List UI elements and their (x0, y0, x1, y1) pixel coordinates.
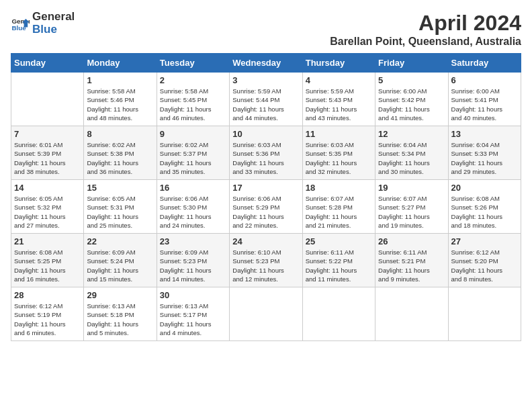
day-number: 18 (306, 183, 372, 193)
calendar-cell: 23Sunrise: 6:09 AM Sunset: 5:23 PM Dayli… (157, 234, 229, 287)
logo-blue-text: Blue (32, 24, 75, 36)
calendar-week-row: 7Sunrise: 6:01 AM Sunset: 5:39 PM Daylig… (11, 126, 521, 180)
day-of-week-header: Monday (84, 54, 157, 73)
calendar-cell: 29Sunrise: 6:13 AM Sunset: 5:18 PM Dayli… (84, 287, 157, 341)
day-info: Sunrise: 5:58 AM Sunset: 5:46 PM Dayligh… (87, 87, 153, 122)
day-number: 22 (87, 236, 153, 246)
day-info: Sunrise: 6:04 AM Sunset: 5:34 PM Dayligh… (378, 140, 445, 176)
day-info: Sunrise: 6:04 AM Sunset: 5:33 PM Dayligh… (451, 140, 518, 176)
day-number: 25 (306, 236, 372, 246)
day-of-week-header: Sunday (11, 54, 84, 73)
logo: General Blue General Blue (11, 11, 75, 36)
calendar-cell: 13Sunrise: 6:04 AM Sunset: 5:33 PM Dayli… (448, 126, 521, 180)
month-title: April 2024 (330, 11, 521, 36)
day-number: 13 (451, 129, 518, 139)
calendar-week-row: 1Sunrise: 5:58 AM Sunset: 5:46 PM Daylig… (11, 73, 521, 126)
day-number: 3 (232, 75, 299, 85)
calendar-cell (302, 287, 375, 341)
day-info: Sunrise: 6:00 AM Sunset: 5:42 PM Dayligh… (378, 87, 445, 122)
calendar-cell: 19Sunrise: 6:07 AM Sunset: 5:27 PM Dayli… (375, 180, 448, 234)
day-info: Sunrise: 6:10 AM Sunset: 5:23 PM Dayligh… (232, 248, 299, 283)
day-of-week-header: Wednesday (230, 54, 302, 73)
calendar-cell: 4Sunrise: 5:59 AM Sunset: 5:43 PM Daylig… (302, 73, 375, 126)
day-number: 24 (232, 236, 299, 246)
day-of-week-header: Saturday (448, 54, 521, 73)
calendar-table: SundayMondayTuesdayWednesdayThursdayFrid… (11, 53, 521, 341)
day-number: 29 (87, 290, 153, 300)
calendar-cell: 20Sunrise: 6:08 AM Sunset: 5:26 PM Dayli… (448, 180, 521, 234)
calendar-cell: 24Sunrise: 6:10 AM Sunset: 5:23 PM Dayli… (230, 234, 302, 287)
calendar-cell: 16Sunrise: 6:06 AM Sunset: 5:30 PM Dayli… (157, 180, 229, 234)
day-info: Sunrise: 6:12 AM Sunset: 5:20 PM Dayligh… (451, 248, 518, 283)
calendar-cell: 30Sunrise: 6:13 AM Sunset: 5:17 PM Dayli… (157, 287, 229, 341)
day-of-week-header: Thursday (302, 54, 375, 73)
day-info: Sunrise: 6:09 AM Sunset: 5:23 PM Dayligh… (160, 248, 226, 283)
day-number: 23 (160, 236, 226, 246)
day-number: 4 (306, 75, 372, 85)
day-number: 16 (160, 183, 226, 193)
day-of-week-header: Friday (375, 54, 448, 73)
calendar-cell: 6Sunrise: 6:00 AM Sunset: 5:41 PM Daylig… (448, 73, 521, 126)
day-number: 6 (451, 75, 518, 85)
day-info: Sunrise: 5:59 AM Sunset: 5:43 PM Dayligh… (306, 87, 372, 122)
calendar-cell: 2Sunrise: 5:58 AM Sunset: 5:45 PM Daylig… (157, 73, 229, 126)
day-info: Sunrise: 6:13 AM Sunset: 5:18 PM Dayligh… (87, 302, 153, 337)
calendar-cell: 26Sunrise: 6:11 AM Sunset: 5:21 PM Dayli… (375, 234, 448, 287)
day-info: Sunrise: 6:02 AM Sunset: 5:38 PM Dayligh… (87, 140, 153, 176)
day-info: Sunrise: 6:01 AM Sunset: 5:39 PM Dayligh… (14, 140, 81, 176)
day-info: Sunrise: 6:03 AM Sunset: 5:36 PM Dayligh… (232, 140, 299, 176)
day-number: 19 (378, 183, 445, 193)
calendar-week-row: 14Sunrise: 6:05 AM Sunset: 5:32 PM Dayli… (11, 180, 521, 234)
day-info: Sunrise: 6:12 AM Sunset: 5:19 PM Dayligh… (14, 302, 81, 337)
day-number: 17 (232, 183, 299, 193)
day-info: Sunrise: 5:59 AM Sunset: 5:44 PM Dayligh… (232, 87, 299, 122)
calendar-cell: 25Sunrise: 6:11 AM Sunset: 5:22 PM Dayli… (302, 234, 375, 287)
calendar-cell: 27Sunrise: 6:12 AM Sunset: 5:20 PM Dayli… (448, 234, 521, 287)
calendar-week-row: 28Sunrise: 6:12 AM Sunset: 5:19 PM Dayli… (11, 287, 521, 341)
calendar-cell: 8Sunrise: 6:02 AM Sunset: 5:38 PM Daylig… (84, 126, 157, 180)
day-info: Sunrise: 6:02 AM Sunset: 5:37 PM Dayligh… (160, 140, 226, 176)
calendar-cell: 18Sunrise: 6:07 AM Sunset: 5:28 PM Dayli… (302, 180, 375, 234)
day-number: 15 (87, 183, 153, 193)
day-number: 26 (378, 236, 445, 246)
logo-general-text: General (32, 11, 75, 24)
day-number: 10 (232, 129, 299, 139)
day-number: 5 (378, 75, 445, 85)
calendar-cell: 11Sunrise: 6:03 AM Sunset: 5:35 PM Dayli… (302, 126, 375, 180)
day-info: Sunrise: 5:58 AM Sunset: 5:45 PM Dayligh… (160, 87, 226, 122)
day-info: Sunrise: 6:08 AM Sunset: 5:25 PM Dayligh… (14, 248, 81, 283)
day-info: Sunrise: 6:07 AM Sunset: 5:27 PM Dayligh… (378, 194, 445, 230)
day-info: Sunrise: 6:09 AM Sunset: 5:24 PM Dayligh… (87, 248, 153, 283)
calendar-cell: 17Sunrise: 6:06 AM Sunset: 5:29 PM Dayli… (230, 180, 302, 234)
day-number: 27 (451, 236, 518, 246)
calendar-cell: 1Sunrise: 5:58 AM Sunset: 5:46 PM Daylig… (84, 73, 157, 126)
day-info: Sunrise: 6:07 AM Sunset: 5:28 PM Dayligh… (306, 194, 372, 230)
calendar-cell: 12Sunrise: 6:04 AM Sunset: 5:34 PM Dayli… (375, 126, 448, 180)
day-number: 9 (160, 129, 226, 139)
day-info: Sunrise: 6:05 AM Sunset: 5:31 PM Dayligh… (87, 194, 153, 230)
header: General Blue General Blue April 2024 Bar… (11, 11, 521, 48)
day-info: Sunrise: 6:06 AM Sunset: 5:29 PM Dayligh… (232, 194, 299, 230)
calendar-cell: 15Sunrise: 6:05 AM Sunset: 5:31 PM Dayli… (84, 180, 157, 234)
calendar-cell: 5Sunrise: 6:00 AM Sunset: 5:42 PM Daylig… (375, 73, 448, 126)
calendar-cell (448, 287, 521, 341)
day-number: 14 (14, 183, 81, 193)
calendar-cell: 7Sunrise: 6:01 AM Sunset: 5:39 PM Daylig… (11, 126, 84, 180)
day-info: Sunrise: 6:00 AM Sunset: 5:41 PM Dayligh… (451, 87, 518, 122)
calendar-cell (11, 73, 84, 126)
location-title: Barellan Point, Queensland, Australia (330, 36, 521, 48)
calendar-cell: 10Sunrise: 6:03 AM Sunset: 5:36 PM Dayli… (230, 126, 302, 180)
calendar-header-row: SundayMondayTuesdayWednesdayThursdayFrid… (11, 54, 521, 73)
day-number: 2 (160, 75, 226, 85)
logo-icon: General Blue (11, 14, 30, 33)
day-number: 21 (14, 236, 81, 246)
calendar-cell (230, 287, 302, 341)
calendar-cell: 9Sunrise: 6:02 AM Sunset: 5:37 PM Daylig… (157, 126, 229, 180)
calendar-cell: 14Sunrise: 6:05 AM Sunset: 5:32 PM Dayli… (11, 180, 84, 234)
day-number: 30 (160, 290, 226, 300)
day-info: Sunrise: 6:06 AM Sunset: 5:30 PM Dayligh… (160, 194, 226, 230)
title-area: April 2024 Barellan Point, Queensland, A… (330, 11, 521, 48)
day-number: 12 (378, 129, 445, 139)
calendar-cell: 21Sunrise: 6:08 AM Sunset: 5:25 PM Dayli… (11, 234, 84, 287)
day-number: 20 (451, 183, 518, 193)
